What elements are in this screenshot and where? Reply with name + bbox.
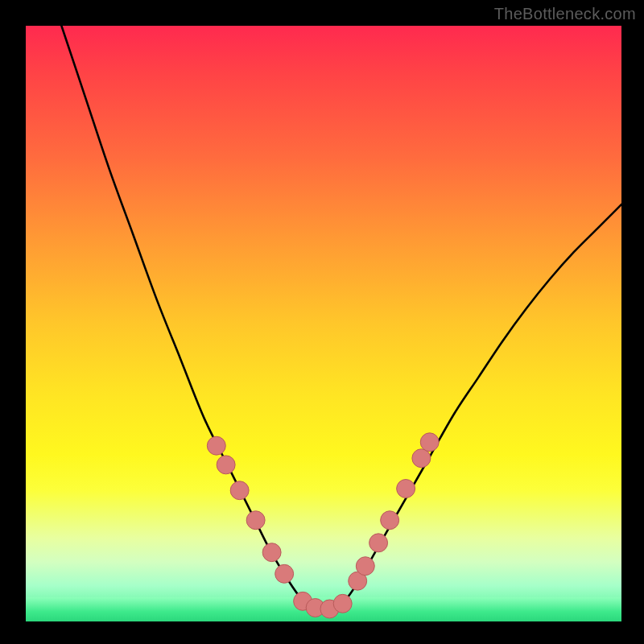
plot-area <box>26 26 621 621</box>
chart-stage: TheBottleneck.com <box>0 0 644 644</box>
gradient-bottom-band <box>26 597 621 621</box>
gradient-background <box>26 26 621 621</box>
watermark-label: TheBottleneck.com <box>494 5 636 23</box>
